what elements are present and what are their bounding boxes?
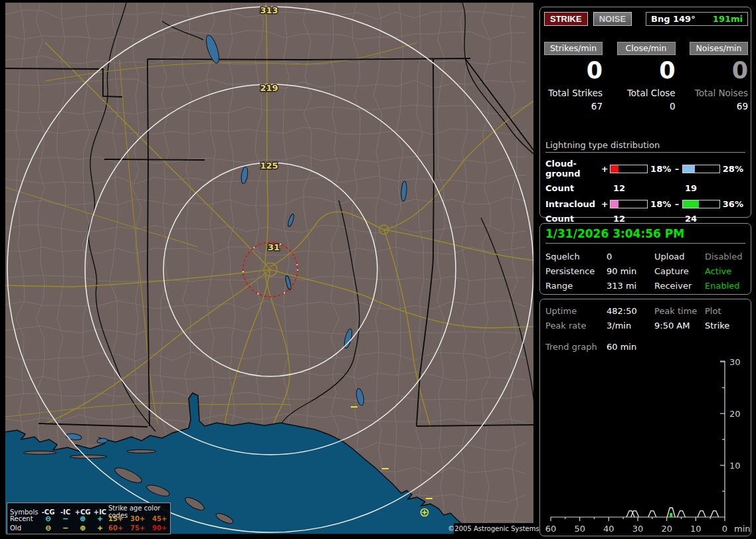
minus-sign: – (673, 199, 680, 209)
cg-negative-bar (682, 165, 720, 173)
cg-negative-count: 19 (685, 183, 697, 193)
total-close-value: 0 (617, 101, 676, 112)
squelch-value: 0 (607, 252, 654, 262)
cg-positive-bar (610, 165, 648, 173)
ic-negative-bar (682, 200, 720, 208)
noises-column: Noises/min 0 Total Noises 69 (690, 42, 748, 112)
svg-text:60: 60 (545, 524, 557, 534)
age-15: 15+ (108, 515, 130, 522)
count-label: Count (545, 214, 613, 224)
receiver-status: Enabled (705, 281, 747, 291)
lightning-distribution: Lightning type distribution Cloud-ground… (545, 140, 745, 224)
svg-text:min: min (734, 524, 751, 534)
total-strikes-value: 67 (544, 101, 603, 112)
svg-text:20: 20 (661, 524, 672, 534)
upload-label: Upload (654, 252, 705, 262)
intracloud-count-row: Count 12 24 (545, 214, 745, 224)
recent-pic-icon: + (92, 514, 108, 523)
ic-negative-pct: 36% (721, 199, 745, 209)
copyright-bar: ©2005 Astrogenic Systems (454, 523, 533, 534)
ic-positive-count: 12 (613, 214, 685, 224)
persistence-label: Persistence (545, 266, 607, 276)
cg-positive-count: 12 (613, 183, 685, 193)
close-rate-value: 0 (617, 57, 676, 84)
copyright-text: ©2005 Astrogenic Systems (448, 525, 539, 532)
map-canvas[interactable]: 313 219 125 31 (5, 3, 533, 534)
noise-toggle-button[interactable]: NOISE (593, 12, 632, 26)
minus-sign: – (673, 164, 680, 174)
total-noises-label: Total Noises (690, 88, 748, 98)
capture-status: Active (705, 266, 747, 276)
plus-sign: + (601, 164, 609, 174)
legend-old-label: Old (10, 524, 39, 532)
bearing-display: Bng 149° 191mi (646, 12, 748, 26)
cloud-ground-row: Cloud-ground + 18% – 28% (545, 159, 745, 179)
trend-graph: 6050403020100min102030 (540, 299, 751, 536)
count-label: Count (545, 183, 613, 193)
plus-sign: + (601, 199, 609, 209)
panel-trend: Uptime 482:50 Peak time Plot Peak rate 3… (539, 299, 751, 536)
total-close-label: Total Close (617, 88, 676, 98)
noises-rate-value: 0 (690, 57, 748, 84)
ring-label-31: 31 (268, 242, 280, 252)
squelch-label: Squelch (545, 252, 607, 262)
old-pic-icon: + (92, 524, 108, 532)
svg-text:10: 10 (729, 461, 741, 471)
svg-text:30: 30 (729, 357, 741, 367)
capture-label: Capture (654, 266, 705, 276)
strikes-per-min-chip: Strikes/min (544, 42, 603, 55)
receiver-label: Receiver (654, 281, 705, 291)
cg-positive-pct: 18% (649, 164, 673, 174)
legend-recent-label: Recent (10, 515, 39, 522)
recent-pcg-icon: ⊕ (74, 514, 92, 523)
svg-text:30: 30 (632, 524, 644, 534)
map-legend: Symbols -CG -IC +CG +IC Strike age color… (7, 502, 171, 534)
ic-positive-bar (610, 200, 648, 208)
svg-text:20: 20 (729, 409, 741, 419)
ring-label-125: 125 (260, 161, 278, 171)
range-label: Range (545, 281, 607, 291)
ic-negative-count: 24 (685, 214, 697, 224)
svg-text:50: 50 (574, 524, 585, 534)
cg-negative-pct: 28% (721, 164, 745, 174)
range-value: 313 mi (607, 281, 654, 291)
lightning-map[interactable]: 313 219 125 31 Symbols -CG -IC +CG +IC S… (5, 3, 533, 534)
total-noises-value: 69 (690, 101, 748, 112)
strikes-rate-value: 0 (544, 57, 603, 84)
panel-status: 1/31/2026 3:04:56 PM Squelch 0 Upload Di… (539, 223, 751, 295)
distribution-title: Lightning type distribution (545, 140, 745, 153)
cloud-ground-label: Cloud-ground (545, 159, 601, 179)
intracloud-label: Intracloud (545, 199, 601, 209)
bearing-value: Bng 149° (651, 14, 696, 24)
age-30: 30+ (130, 515, 152, 522)
svg-text:0: 0 (722, 524, 727, 534)
ring-label-219: 219 (260, 83, 278, 93)
recent-nic-icon: − (57, 514, 74, 523)
ic-positive-pct: 18% (649, 199, 673, 209)
age-60: 60+ (108, 524, 130, 532)
age-45: 45+ (152, 515, 174, 522)
bearing-distance: 191mi (713, 14, 743, 24)
strike-toggle-button[interactable]: STRIKE (544, 12, 588, 26)
total-strikes-label: Total Strikes (544, 88, 603, 98)
persistence-value: 90 min (607, 266, 654, 276)
datetime-display: 1/31/2026 3:04:56 PM (545, 227, 745, 244)
svg-text:10: 10 (690, 524, 702, 534)
svg-text:40: 40 (603, 524, 614, 534)
cloud-ground-count-row: Count 12 19 (545, 183, 745, 193)
old-nic-icon: − (57, 524, 74, 532)
intracloud-row: Intracloud + 18% – 36% (545, 199, 745, 209)
recent-ncg-icon: ⊖ (39, 514, 57, 523)
age-75: 75+ (130, 524, 152, 532)
upload-status: Disabled (705, 252, 747, 262)
close-column: Close/min 0 Total Close 0 (617, 42, 676, 112)
ring-label-313: 313 (260, 5, 278, 15)
close-per-min-chip: Close/min (617, 42, 676, 55)
panel-counters: STRIKE NOISE Bng 149° 191mi Strikes/min … (539, 7, 751, 218)
strikes-column: Strikes/min 0 Total Strikes 67 (544, 42, 603, 112)
age-90: 90+ (152, 524, 174, 532)
old-ncg-icon: ⊖ (39, 524, 57, 532)
old-pcg-icon: ⊕ (74, 524, 92, 532)
noises-per-min-chip: Noises/min (690, 42, 748, 55)
